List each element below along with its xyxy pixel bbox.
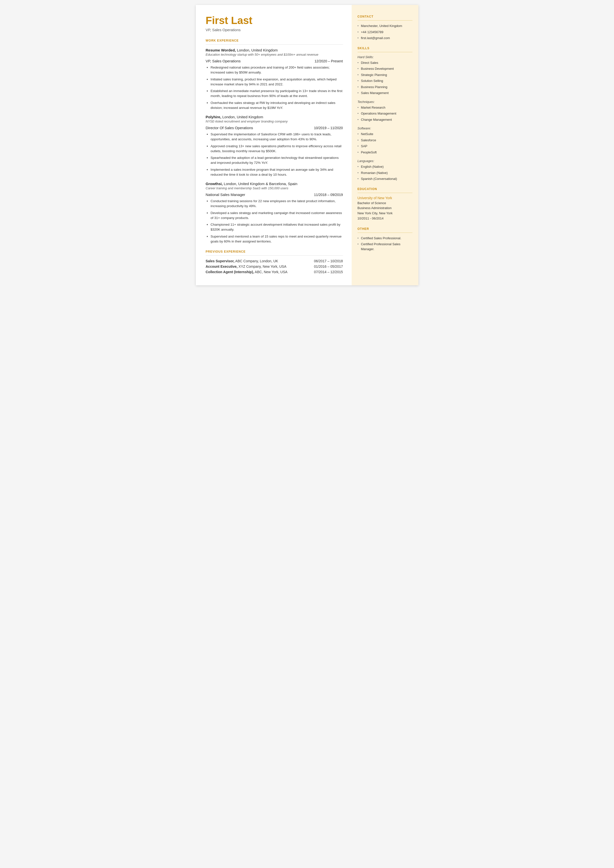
job-dates-3: 11/2018 – 09/2019: [314, 193, 343, 197]
languages-list: English (Native) Romanian (Native) Spani…: [358, 164, 412, 182]
prev-job-row-1: Sales Supervisor, ABC Company, London, U…: [206, 259, 343, 263]
contact-section: CONTACT Manchester, United Kingdom +44 1…: [358, 15, 412, 40]
candidate-title: VP, Sales Operations: [206, 28, 343, 32]
contact-title: CONTACT: [358, 15, 412, 18]
software-label: Software:: [358, 126, 412, 130]
job-bullets-1: Redesigned national sales procedure and …: [206, 65, 343, 110]
bullet-1-4: Overhauled the sales strategy at RW by i…: [207, 101, 343, 110]
job-header-3: National Sales Manager 11/2018 – 09/2019: [206, 193, 343, 197]
software-1: NetSuite: [358, 132, 412, 137]
job-title-2: Director Of Sales Operations: [206, 126, 253, 130]
software-4: PeopleSoft: [358, 150, 412, 155]
prev-job-company-1: ABC Company, London, UK: [234, 259, 278, 263]
job-bullets-2: Supervised the implementation of Salesfo…: [206, 132, 343, 177]
other-list: Certified Sales Professional. Certified …: [358, 236, 412, 252]
techniques-list: Market Research Operations Management Ch…: [358, 105, 412, 122]
edu-degree-1: Bachelor of Science Business Administrat…: [358, 201, 412, 221]
job-header-2: Director Of Sales Operations 10/2019 – 1…: [206, 126, 343, 130]
company-name-3: Growthsi, London, United Kingdom & Barce…: [206, 182, 343, 186]
bullet-2-2: Approved creating 13+ new sales operatio…: [207, 144, 343, 154]
contact-item-2: +44 123456789: [358, 30, 412, 35]
bullet-3-4: Supervised and mentored a team of 15 sal…: [207, 234, 343, 244]
company-location-2: London, United Kingdom: [222, 115, 263, 119]
software-list: NetSuite Salesforce SAP PeopleSoft: [358, 132, 412, 155]
work-experience-title: WORK EXPERIENCE: [206, 39, 343, 42]
prev-job-row-2: Account Executive, XYZ Company, New York…: [206, 264, 343, 269]
company-tagline-1: Education technology startup with 50+ em…: [206, 53, 343, 56]
education-section: EDUCATION University of New York Bachelo…: [358, 187, 412, 221]
hard-skill-2: Business Development: [358, 66, 412, 71]
technique-3: Change Management: [358, 117, 412, 122]
company-name-1: Resume Worded, London, United Kingdom: [206, 48, 343, 52]
other-item-1: Certified Sales Professional.: [358, 236, 412, 241]
other-section: OTHER Certified Sales Professional. Cert…: [358, 227, 412, 252]
prev-job-row-3: Collection Agent (Internship), ABC, New …: [206, 270, 343, 274]
company-bold-2: Polyhire,: [206, 115, 221, 119]
hard-skill-4: Solution Selling: [358, 78, 412, 83]
left-column: First Last VP, Sales Operations WORK EXP…: [196, 5, 352, 285]
hard-skill-1: Direct Sales: [358, 61, 412, 65]
software-3: SAP: [358, 144, 412, 149]
job-block-1: Resume Worded, London, United Kingdom Ed…: [206, 48, 343, 110]
bullet-1-3: Established an immediate market presence…: [207, 89, 343, 99]
education-title: EDUCATION: [358, 187, 412, 191]
language-2: Romanian (Native): [358, 171, 412, 175]
edu-school-1: University of New York: [358, 196, 412, 200]
prev-exp-title: PREVIOUS EXPERIENCE: [206, 250, 343, 253]
job-dates-1: 12/2020 – Present: [315, 59, 343, 63]
bullet-2-3: Spearheaded the adoption of a lead gener…: [207, 155, 343, 166]
skills-title: SKILLS: [358, 47, 412, 50]
work-experience-divider: [206, 44, 343, 45]
language-3: Spanish (Conversational): [358, 176, 412, 182]
hard-skill-3: Strategic Planning: [358, 73, 412, 78]
contact-item-3: first.last@gmail.com: [358, 36, 412, 40]
prev-job-company-3: ABC, New York, USA: [254, 270, 287, 274]
other-title: OTHER: [358, 227, 412, 231]
company-bold-3: Growthsi,: [206, 182, 223, 186]
bullet-1-1: Redesigned national sales procedure and …: [207, 65, 343, 75]
prev-job-bold-2: Account Executive,: [206, 264, 238, 269]
job-title-3: National Sales Manager: [206, 193, 245, 197]
company-tagline-2: NYSE-listed recruitment and employer bra…: [206, 120, 343, 123]
techniques-label: Techniques:: [358, 100, 412, 104]
other-divider: [358, 233, 412, 233]
resume-container: First Last VP, Sales Operations WORK EXP…: [196, 5, 419, 285]
prev-job-role-2: Account Executive, XYZ Company, New York…: [206, 264, 287, 269]
company-location-1: London, United Kingdom: [237, 48, 278, 52]
language-1: English (Native): [358, 164, 412, 169]
contact-item-1: Manchester, United Kingdom: [358, 23, 412, 28]
contact-list: Manchester, United Kingdom +44 123456789…: [358, 23, 412, 40]
prev-job-dates-3: 07/2014 – 12/2015: [314, 270, 343, 274]
technique-1: Market Research: [358, 105, 412, 110]
hard-skills-list: Direct Sales Business Development Strate…: [358, 61, 412, 96]
company-bold-1: Resume Worded,: [206, 48, 236, 52]
bullet-2-1: Supervised the implementation of Salesfo…: [207, 132, 343, 142]
company-location-3: London, United Kingdom & Barcelona, Spai…: [224, 182, 298, 186]
job-dates-2: 10/2019 – 11/2020: [314, 126, 343, 130]
hard-skill-6: Sales Management: [358, 90, 412, 96]
prev-job-dates-1: 06/2017 – 10/2018: [314, 259, 343, 263]
languages-label: Languages:: [358, 159, 412, 163]
technique-2: Operations Management: [358, 111, 412, 116]
bullet-3-2: Developed a sales strategy and marketing…: [207, 211, 343, 221]
job-header-1: VP, Sales Operations 12/2020 – Present: [206, 59, 343, 63]
bullet-1-2: Initiated sales training, product line e…: [207, 77, 343, 87]
bullet-2-4: Implemented a sales incentive program th…: [207, 167, 343, 177]
prev-job-dates-2: 01/2016 – 05/2017: [314, 264, 343, 269]
prev-job-role-1: Sales Supervisor, ABC Company, London, U…: [206, 259, 278, 263]
prev-job-bold-1: Sales Supervisor,: [206, 259, 235, 263]
job-block-2: Polyhire, London, United Kingdom NYSE-li…: [206, 115, 343, 177]
prev-job-company-2: XYZ Company, New York, USA: [238, 264, 286, 269]
company-name-2: Polyhire, London, United Kingdom: [206, 115, 343, 119]
candidate-name: First Last: [206, 15, 343, 26]
company-tagline-3: Career training and membership SaaS with…: [206, 186, 343, 190]
hard-skills-label: Hard Skills:: [358, 55, 412, 59]
prev-exp-divider: [206, 255, 343, 256]
edu-block-1: University of New York Bachelor of Scien…: [358, 196, 412, 221]
other-item-2: Certified Professional Sales Manager.: [358, 242, 412, 252]
skills-divider: [358, 52, 412, 52]
right-column: CONTACT Manchester, United Kingdom +44 1…: [352, 5, 419, 285]
job-block-3: Growthsi, London, United Kingdom & Barce…: [206, 182, 343, 244]
prev-job-bold-3: Collection Agent (Internship),: [206, 270, 254, 274]
bullet-3-3: Championed 11+ strategic account develop…: [207, 222, 343, 232]
